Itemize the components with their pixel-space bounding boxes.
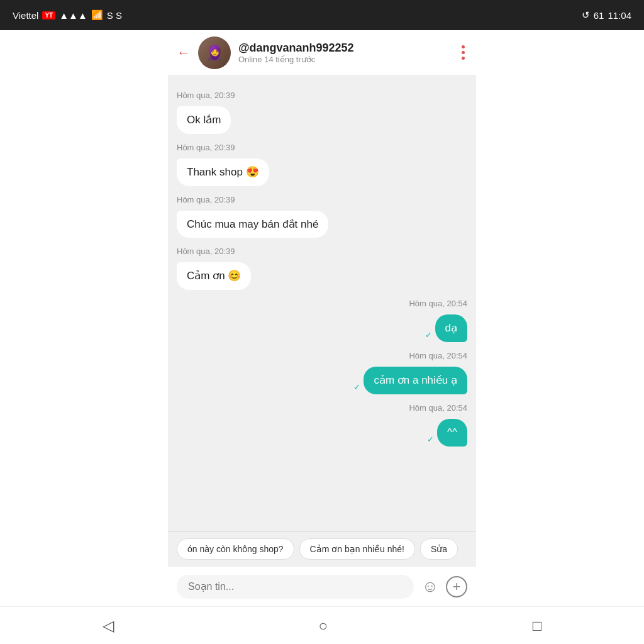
status-left: Viettel YT ▲▲▲ 📶 S S — [13, 9, 122, 21]
dot3 — [462, 57, 465, 60]
message-row-1: Ok lắm — [177, 106, 467, 134]
message-row-2: Thank shop 😍 — [177, 158, 467, 186]
rotate-icon: ↺ — [582, 9, 590, 21]
more-options-button[interactable] — [459, 43, 467, 62]
message-bubble-3: Chúc mua may bán đắt nhé — [177, 211, 328, 238]
status-right: ↺ 61 11:04 — [582, 9, 631, 21]
timestamp-4: Hôm qua, 20:39 — [177, 247, 467, 256]
tick-7: ✓ — [427, 435, 434, 444]
message-bubble-2: Thank shop 😍 — [177, 158, 269, 186]
carrier-label: Viettel — [13, 10, 38, 21]
signal-icon: ▲▲▲ — [59, 10, 87, 21]
quick-reply-3[interactable]: Sửa — [420, 538, 458, 560]
timestamp-1: Hôm qua, 20:39 — [177, 91, 467, 100]
chat-screen: ← 🧕 @dangvananh992252 Online 14 tiếng tr… — [168, 30, 476, 606]
timestamp-2: Hôm qua, 20:39 — [177, 143, 467, 152]
nav-home-button[interactable]: ○ — [318, 617, 328, 635]
tick-5: ✓ — [425, 330, 432, 340]
wifi-icon: 📶 — [91, 9, 103, 21]
timestamp-5: Hôm qua, 20:54 — [177, 299, 467, 308]
message-row-5: ✓ dạ — [177, 314, 467, 342]
add-button[interactable]: + — [446, 576, 467, 597]
quick-replies-bar: ón này còn không shop? Cảm ơn bạn nhiều … — [168, 531, 476, 566]
contact-name: @dangvananh992252 — [238, 42, 459, 55]
timestamp-7: Hôm qua, 20:54 — [177, 403, 467, 413]
avatar: 🧕 — [198, 36, 231, 69]
nav-bar: ◁ ○ □ — [0, 606, 644, 644]
tick-6: ✓ — [353, 382, 360, 392]
chat-header: ← 🧕 @dangvananh992252 Online 14 tiếng tr… — [168, 30, 476, 75]
time-label: 11:04 — [608, 10, 631, 21]
message-input[interactable] — [177, 575, 414, 599]
avatar-image: 🧕 — [198, 36, 231, 69]
message-row-4: Cảm ơn 😊 — [177, 262, 467, 290]
nav-recent-button[interactable]: □ — [533, 617, 542, 635]
input-bar: ☺ + — [168, 566, 476, 606]
message-row-3: Chúc mua may bán đắt nhé — [177, 211, 467, 238]
nav-back-button[interactable]: ◁ — [103, 617, 114, 635]
dot2 — [462, 51, 465, 54]
quick-reply-1[interactable]: ón này còn không shop? — [177, 538, 294, 560]
message-row-6: ✓ cảm ơn a nhiều ạ — [177, 367, 467, 394]
chat-area: Hôm qua, 20:39 Ok lắm Hôm qua, 20:39 Tha… — [168, 75, 476, 531]
sim-icon: S S — [107, 10, 122, 21]
message-bubble-1: Ok lắm — [177, 106, 231, 134]
youtube-badge: YT — [42, 11, 55, 19]
message-bubble-6: cảm ơn a nhiều ạ — [364, 367, 467, 394]
emoji-button[interactable]: ☺ — [421, 577, 438, 596]
quick-reply-2[interactable]: Cảm ơn bạn nhiều nhé! — [299, 538, 415, 560]
status-bar: Viettel YT ▲▲▲ 📶 S S ↺ 61 11:04 — [0, 0, 644, 30]
online-status: Online 14 tiếng trước — [238, 55, 459, 64]
message-bubble-5: dạ — [435, 314, 467, 342]
message-bubble-4: Cảm ơn 😊 — [177, 262, 251, 290]
dot1 — [462, 45, 465, 48]
timestamp-6: Hôm qua, 20:54 — [177, 351, 467, 360]
message-row-7: ✓ ^^ — [177, 419, 467, 447]
timestamp-3: Hôm qua, 20:39 — [177, 195, 467, 204]
header-info: @dangvananh992252 Online 14 tiếng trước — [238, 42, 459, 64]
battery-label: 61 — [594, 10, 604, 21]
back-button[interactable]: ← — [177, 45, 191, 61]
message-bubble-7: ^^ — [437, 419, 467, 447]
